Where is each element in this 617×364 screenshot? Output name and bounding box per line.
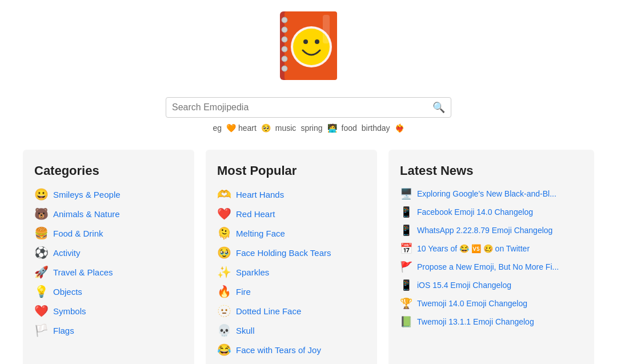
news-label-ios: iOS 15.4 Emoji Changelog (417, 281, 511, 290)
popular-emoji-face-tears-joy: 😂 (217, 343, 231, 357)
search-bar[interactable]: 🔍 (166, 97, 451, 118)
popular-panel: Most Popular 🫶 Heart Hands ❤️ Red Heart … (206, 150, 377, 364)
popular-label-face-tears-joy: Face with Tears of Joy (236, 345, 321, 355)
tag-fire-heart[interactable]: ❤️‍🔥 (395, 123, 404, 133)
popular-label-fire: Fire (236, 287, 251, 297)
popular-melting-face[interactable]: 🫠 Melting Face (217, 226, 366, 240)
tag-face[interactable]: 🥺 (261, 123, 271, 133)
popular-emoji-dotted-line-face: 🫥 (217, 304, 231, 318)
popular-label-skull: Skull (236, 326, 255, 335)
category-label-animals: Animals & Nature (53, 209, 120, 219)
popular-dotted-line-face[interactable]: 🫥 Dotted Line Face (217, 304, 366, 318)
svg-point-2 (282, 17, 287, 23)
news-emoji-propose: 🚩 (400, 261, 412, 273)
svg-point-4 (282, 37, 287, 42)
category-flags[interactable]: 🏳️ Flags (34, 323, 183, 337)
category-emoji-flags: 🏳️ (34, 323, 49, 337)
news-google[interactable]: 🖥️ Exploring Google's New Black-and-Bl..… (400, 187, 583, 200)
popular-red-heart[interactable]: ❤️ Red Heart (217, 207, 366, 221)
main-content: Categories 😀 Smileys & People 🐻 Animals … (0, 150, 617, 364)
category-label-symbols: Symbols (53, 306, 86, 316)
category-travel[interactable]: 🚀 Travel & Places (34, 265, 183, 279)
category-label-objects: Objects (53, 287, 82, 297)
category-label-travel: Travel & Places (53, 267, 113, 277)
search-tags: eg 🧡 heart 🥺 music spring 🧑‍💻 food birth… (213, 123, 404, 133)
popular-fire[interactable]: 🔥 Fire (217, 285, 366, 298)
popular-emoji-melting-face: 🫠 (217, 226, 231, 240)
svg-point-11 (315, 39, 319, 44)
news-ios[interactable]: 📱 iOS 15.4 Emoji Changelog (400, 279, 583, 291)
popular-skull[interactable]: 💀 Skull (217, 323, 366, 337)
popular-emoji-sparkles: ✨ (217, 265, 231, 279)
news-twemoji13[interactable]: 📗 Twemoji 13.1.1 Emoji Changelog (400, 315, 583, 328)
popular-label-melting-face: Melting Face (236, 229, 285, 238)
popular-emoji-fire: 🔥 (217, 285, 231, 298)
popular-title: Most Popular (217, 163, 366, 178)
tag-eg[interactable]: eg (213, 123, 222, 133)
news-10years[interactable]: 📅 10 Years of 😂 🆚 🥴 on Twitter (400, 242, 583, 255)
category-label-flags: Flags (53, 326, 74, 335)
category-objects[interactable]: 💡 Objects (34, 285, 183, 298)
news-emoji-whatsapp: 📱 (400, 224, 412, 237)
popular-heart-hands[interactable]: 🫶 Heart Hands (217, 187, 366, 201)
tag-music[interactable]: music (275, 123, 297, 133)
news-label-twemoji13: Twemoji 13.1.1 Emoji Changelog (417, 317, 534, 326)
category-symbols[interactable]: ❤️ Symbols (34, 304, 183, 318)
category-emoji-smileys: 😀 (34, 187, 49, 201)
news-whatsapp[interactable]: 📱 WhatsApp 2.22.8.79 Emoji Changelog (400, 224, 583, 237)
svg-point-10 (303, 39, 308, 44)
category-smileys[interactable]: 😀 Smileys & People (34, 187, 183, 201)
popular-emoji-heart-hands: 🫶 (217, 187, 231, 201)
categories-panel: Categories 😀 Smileys & People 🐻 Animals … (23, 150, 194, 364)
popular-face-tears-joy[interactable]: 😂 Face with Tears of Joy (217, 343, 366, 357)
popular-emoji-skull: 💀 (217, 323, 231, 337)
popular-label-sparkles: Sparkles (236, 267, 269, 277)
news-panel: Latest News 🖥️ Exploring Google's New Bl… (388, 150, 594, 364)
news-label-10years: 10 Years of 😂 🆚 🥴 on Twitter (417, 244, 530, 253)
category-food[interactable]: 🍔 Food & Drink (34, 226, 183, 240)
svg-point-6 (282, 56, 287, 62)
category-animals[interactable]: 🐻 Animals & Nature (34, 207, 183, 221)
tag-ghost[interactable]: 🧑‍💻 (327, 123, 337, 133)
popular-face-holding-tears[interactable]: 🥹 Face Holding Back Tears (217, 246, 366, 259)
logo-image (274, 6, 343, 86)
tag-food[interactable]: food (342, 123, 357, 133)
popular-label-heart-hands: Heart Hands (236, 190, 284, 199)
tag-heart[interactable]: 🧡 heart (226, 123, 257, 133)
news-facebook[interactable]: 📱 Facebook Emoji 14.0 Changelog (400, 206, 583, 218)
tag-birthday[interactable]: birthday (362, 123, 390, 133)
category-label-activity: Activity (53, 248, 81, 258)
search-icon[interactable]: 🔍 (432, 101, 445, 114)
news-emoji-ios: 📱 (400, 279, 412, 291)
popular-emoji-face-holding-tears: 🥹 (217, 246, 231, 259)
svg-point-5 (282, 46, 287, 52)
news-label-facebook: Facebook Emoji 14.0 Changelog (417, 207, 533, 217)
categories-title: Categories (34, 163, 183, 178)
category-emoji-animals: 🐻 (34, 207, 49, 221)
news-emoji-google: 🖥️ (400, 187, 412, 200)
category-emoji-food: 🍔 (34, 226, 49, 240)
news-label-whatsapp: WhatsApp 2.22.8.79 Emoji Changelog (417, 226, 552, 235)
news-label-google: Exploring Google's New Black-and-Bl... (417, 189, 556, 198)
news-twemoji14[interactable]: 🏆 Twemoji 14.0 Emoji Changelog (400, 297, 583, 310)
news-list: 🖥️ Exploring Google's New Black-and-Bl..… (400, 187, 583, 328)
tag-spring[interactable]: spring (301, 123, 322, 133)
popular-label-red-heart: Red Heart (236, 209, 275, 219)
category-activity[interactable]: ⚽ Activity (34, 246, 183, 259)
search-input[interactable] (172, 102, 432, 113)
news-propose[interactable]: 🚩 Propose a New Emoji, But No More Fi... (400, 261, 583, 273)
category-label-food: Food & Drink (53, 229, 103, 238)
news-emoji-twemoji14: 🏆 (400, 297, 412, 310)
category-emoji-symbols: ❤️ (34, 304, 49, 318)
news-label-twemoji14: Twemoji 14.0 Emoji Changelog (417, 299, 527, 308)
popular-list: 🫶 Heart Hands ❤️ Red Heart 🫠 Melting Fac… (217, 187, 366, 357)
news-title: Latest News (400, 163, 583, 178)
category-emoji-activity: ⚽ (34, 246, 49, 259)
category-list: 😀 Smileys & People 🐻 Animals & Nature 🍔 … (34, 187, 183, 337)
news-emoji-twemoji13: 📗 (400, 315, 412, 328)
popular-sparkles[interactable]: ✨ Sparkles (217, 265, 366, 279)
popular-label-dotted-line-face: Dotted Line Face (236, 306, 301, 316)
header: 🔍 eg 🧡 heart 🥺 music spring 🧑‍💻 food bir… (0, 0, 617, 144)
category-emoji-objects: 💡 (34, 285, 49, 298)
category-label-smileys: Smileys & People (53, 190, 121, 199)
